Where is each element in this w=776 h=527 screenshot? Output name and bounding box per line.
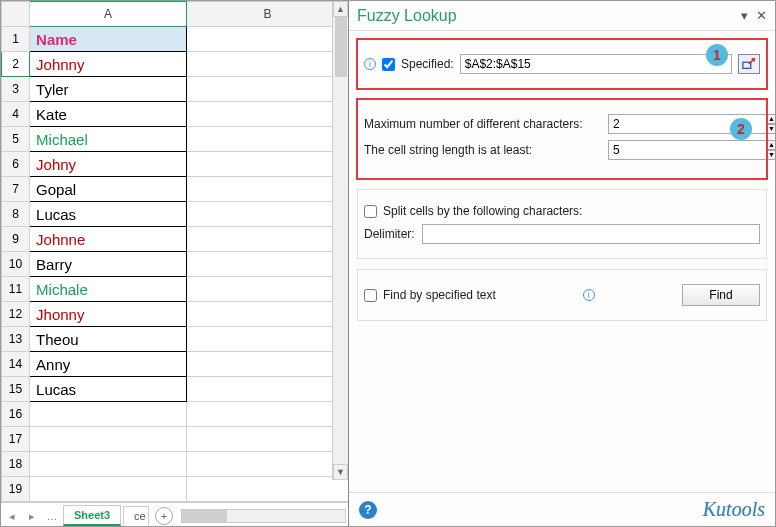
cell-B4[interactable] [186,102,348,127]
cell-A5[interactable]: Michael [30,127,187,152]
row-header[interactable]: 5 [2,127,30,152]
max-diff-spinner[interactable]: ▲▼ [608,114,718,134]
cell-B1[interactable] [186,27,348,52]
info-icon[interactable]: i [364,58,376,70]
range-picker-button[interactable] [738,54,760,74]
info-icon[interactable]: i [583,289,595,301]
row-header[interactable]: 4 [2,102,30,127]
cell-A10[interactable]: Barry [30,252,187,277]
row-header[interactable]: 18 [2,452,30,477]
row-header[interactable]: 9 [2,227,30,252]
split-label: Split cells by the following characters: [383,204,582,218]
scroll-down-icon[interactable]: ▼ [333,464,348,480]
row-header[interactable]: 1 [2,27,30,52]
scroll-up-icon[interactable]: ▲ [333,1,348,17]
cell-A13[interactable]: Theou [30,327,187,352]
cell-B19[interactable] [186,477,348,502]
tab-nav-more-icon[interactable]: … [43,507,61,525]
delimiter-input[interactable] [422,224,760,244]
row-header[interactable]: 2 [2,52,30,77]
spin-up-icon[interactable]: ▲ [768,140,776,150]
split-checkbox[interactable] [364,205,377,218]
callout-badge-1: 1 [706,44,728,66]
col-header-A[interactable]: A [30,2,187,27]
row-header[interactable]: 16 [2,402,30,427]
cell-B5[interactable] [186,127,348,152]
row-12: 12 Jhonny [2,302,349,327]
range-input[interactable] [460,54,732,74]
find-button[interactable]: Find [682,284,760,306]
cell-B6[interactable] [186,152,348,177]
specified-checkbox[interactable] [382,58,395,71]
spin-down-icon[interactable]: ▼ [768,150,776,160]
row-header[interactable]: 8 [2,202,30,227]
cell-B3[interactable] [186,77,348,102]
spin-down-icon[interactable]: ▼ [768,124,776,134]
cell-A18[interactable] [30,452,187,477]
cell-B14[interactable] [186,352,348,377]
min-len-input[interactable] [608,140,768,160]
cell-A2[interactable]: Johnny [30,52,187,77]
horizontal-scrollbar[interactable] [181,509,346,523]
row-3: 3 Tyler [2,77,349,102]
spin-up-icon[interactable]: ▲ [768,114,776,124]
tab-sheet3[interactable]: Sheet3 [63,505,121,526]
cell-A3[interactable]: Tyler [30,77,187,102]
tab-next-partial[interactable]: ce [123,506,149,525]
pin-icon[interactable]: ▾ [741,8,748,23]
cell-B12[interactable] [186,302,348,327]
cell-B13[interactable] [186,327,348,352]
row-10: 10 Barry [2,252,349,277]
cell-B11[interactable] [186,277,348,302]
new-sheet-button[interactable]: + [155,507,173,525]
cell-A7[interactable]: Gopal [30,177,187,202]
cell-B9[interactable] [186,227,348,252]
row-header[interactable]: 12 [2,302,30,327]
spreadsheet-area: A B 1 Name 2 Johnny 3 Tyler 4 Kate [1,1,349,527]
tab-nav-prev-icon[interactable]: ▸ [23,507,41,525]
tab-nav-first-icon[interactable]: ◂ [3,507,21,525]
row-header[interactable]: 6 [2,152,30,177]
row-2: 2 Johnny [2,52,349,77]
cell-B2[interactable] [186,52,348,77]
col-header-row: A B [2,2,349,27]
cell-B18[interactable] [186,452,348,477]
select-all-corner[interactable] [2,2,30,27]
cell-A15[interactable]: Lucas [30,377,187,402]
cell-A11[interactable]: Michale [30,277,187,302]
cell-A6[interactable]: Johny [30,152,187,177]
cell-B8[interactable] [186,202,348,227]
row-header[interactable]: 7 [2,177,30,202]
cell-A14[interactable]: Anny [30,352,187,377]
row-header[interactable]: 10 [2,252,30,277]
cell-A19[interactable] [30,477,187,502]
hscroll-thumb[interactable] [182,510,227,522]
scroll-thumb[interactable] [335,17,347,77]
min-len-spinner[interactable]: ▲▼ [608,140,718,160]
row-header[interactable]: 17 [2,427,30,452]
row-header[interactable]: 13 [2,327,30,352]
cell-B15[interactable] [186,377,348,402]
row-header[interactable]: 3 [2,77,30,102]
help-icon[interactable]: ? [359,501,377,519]
row-header[interactable]: 14 [2,352,30,377]
cell-A16[interactable] [30,402,187,427]
cell-A12[interactable]: Jhonny [30,302,187,327]
row-header[interactable]: 11 [2,277,30,302]
row-header[interactable]: 15 [2,377,30,402]
cell-A4[interactable]: Kate [30,102,187,127]
cell-B17[interactable] [186,427,348,452]
cell-B7[interactable] [186,177,348,202]
close-icon[interactable]: ✕ [756,8,767,23]
panel-footer: ? Kutools [349,492,775,526]
cell-A17[interactable] [30,427,187,452]
cell-A8[interactable]: Lucas [30,202,187,227]
cell-B10[interactable] [186,252,348,277]
row-header[interactable]: 19 [2,477,30,502]
vertical-scrollbar[interactable]: ▲ ▼ [332,1,348,480]
cell-A9[interactable]: Johnne [30,227,187,252]
cell-B16[interactable] [186,402,348,427]
cell-A1[interactable]: Name [30,27,187,52]
col-header-B[interactable]: B [186,2,348,27]
find-text-checkbox[interactable] [364,289,377,302]
